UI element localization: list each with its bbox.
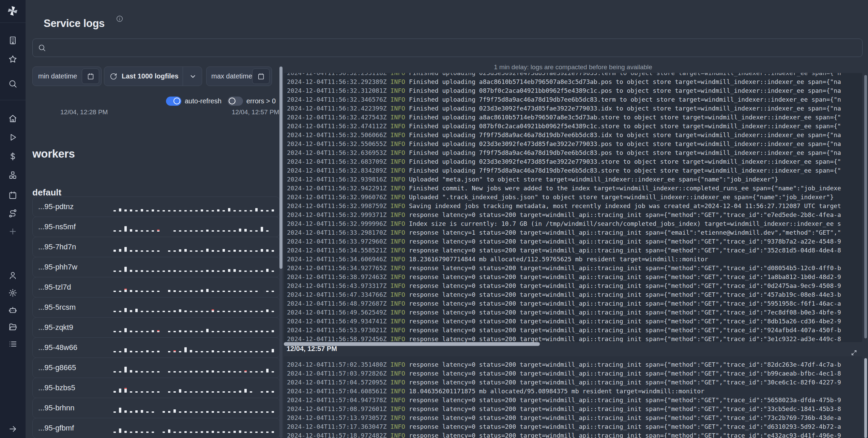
log-message: Finished uploading 7f9f75d8a9ac46a78d19d… [409,96,841,103]
log-line: 2024-12-04T11:57:04.947378ZINFOresponse … [284,396,862,405]
home-icon[interactable] [8,114,17,123]
add-icon[interactable] [8,227,17,236]
log-message: Finished uploading 087bf0c2aca04921bb096… [409,87,841,94]
variables-icon[interactable] [8,152,17,161]
workspace-icon[interactable] [8,36,17,45]
activity-bar [272,411,274,413]
log-block1-vertical-scrollbar[interactable] [864,75,867,338]
log-line: 2024-12-04T11:56:58.972456ZINFOresponse … [284,335,862,342]
activity-bar [124,267,127,272]
worker-row[interactable]: ...95-7hd7n [32,237,280,257]
activity-bar [184,271,187,272]
activity-bar [228,391,230,393]
worker-row[interactable]: ...95-ns5mf [32,217,280,237]
log-message: Finished uploading 087bf0c2aca04921bb096… [409,122,841,130]
activity-bar [179,249,181,252]
activity-bar [113,311,116,312]
worker-list-scrollbar-thumb[interactable] [279,67,283,269]
activity-bar [239,371,241,373]
log-timestamp: 2024-12-04T11:57:17.363047Z [287,423,387,430]
page-title: Service logs [44,17,105,30]
search-icon [38,44,46,52]
schedules-icon[interactable] [8,191,17,200]
activity-bar [130,351,132,352]
search-icon[interactable] [8,79,17,88]
log-message: response latency=0 status=200 target=win… [409,432,841,438]
log-message: Finished commit. New jobs were added to … [409,185,841,192]
favorites-icon[interactable] [8,55,17,64]
activity-bar [266,269,269,272]
expand-sidebar-icon[interactable] [8,424,17,434]
activity-bar [212,250,214,252]
activity-bar [261,432,263,433]
worker-name: ...95-7hd7n [38,243,108,251]
windmill-logo-icon[interactable] [6,4,19,19]
auto-refresh-toggle[interactable] [166,97,181,106]
activity-bar [272,371,274,373]
max-datetime-calendar-button[interactable] [252,69,270,84]
log-level: INFO [391,379,405,386]
activity-bar [228,208,230,211]
activity-bar [146,250,149,252]
worker-row[interactable]: ...95-g8665 [32,357,280,378]
activity-bar [152,209,154,211]
worker-activity-chart [113,318,274,337]
log-timestamp: 2024-12-04T11:56:32.636953Z [287,149,387,156]
audit-logs-icon[interactable] [8,339,17,349]
activity-bar [228,311,230,312]
worker-row[interactable]: ...95-tzl7d [32,277,280,297]
log-line: 2024-12-04T11:56:34.558521ZINFOresponse … [284,246,862,255]
range-start-label: 12/04, 12:28 PM [60,108,108,116]
errors-toggle[interactable] [228,97,243,106]
worker-row[interactable]: ...95-brhnn [32,398,280,418]
worker-activity-chart [113,358,274,378]
log-level: INFO [391,388,405,395]
activity-bar [157,371,159,373]
worker-row[interactable]: ...95-pdtnz [32,196,280,217]
activity-bar [212,370,214,373]
worker-name: ...95-bzbs5 [38,383,108,392]
log-line: 2024-12-04T11:56:32.999371ZINFOresponse … [284,210,862,219]
resources-icon[interactable] [8,171,17,180]
activity-bar [113,432,116,433]
logfiles-dropdown[interactable]: Last 1000 logfiles [104,67,202,86]
min-datetime-field[interactable]: min datetime [32,67,102,86]
log-block-1228: 2024-12-04T11:56:32.253118ZINFOFinished … [284,73,862,342]
log-block2-vertical-scrollbar[interactable] [864,358,867,438]
chevron-down-icon[interactable] [189,72,197,82]
log-message: Finished uploading 023d3e3092fe473d85fae… [409,73,841,76]
info-icon[interactable] [116,15,123,24]
activity-bar [206,270,209,272]
log-level: INFO [391,326,405,334]
runs-icon[interactable] [8,133,17,142]
worker-row[interactable]: ...95-5rcsm [32,297,280,318]
ai-icon[interactable] [8,305,17,315]
log-line: 2024-12-04T11:56:32.506066ZINFOFinished … [284,131,862,140]
worker-row[interactable]: ...95-phh7w [32,257,280,277]
worker-row[interactable]: ...95-48w66 [32,337,280,358]
search-input[interactable] [51,44,857,52]
log-line: 2024-12-04T11:57:08.972601ZINFOresponse … [284,405,862,413]
settings-icon[interactable] [8,288,17,297]
activity-bar [173,331,176,332]
user-icon[interactable] [8,271,17,280]
routes-icon[interactable] [8,209,17,218]
worker-row[interactable]: ...95-gfbmf [32,418,280,438]
log-message: response latency=0 status=200 target=win… [409,423,841,430]
activity-bar [179,371,181,373]
activity-bar [152,250,154,252]
worker-row[interactable]: ...95-bzbs5 [32,378,280,398]
activity-bar [119,208,121,211]
folders-icon[interactable] [8,322,17,332]
log-line: 2024-12-04T11:56:32.834289ZINFOFinished … [284,166,862,175]
log-timestamp: 2024-12-04T11:57:08.972601Z [287,405,387,412]
activity-bar [239,270,241,272]
activity-bar [201,250,203,252]
activity-bar [250,311,252,312]
worker-row[interactable]: ...95-zqkt9 [32,317,280,338]
min-datetime-calendar-button[interactable] [82,69,99,84]
log-level: INFO [391,300,405,307]
max-datetime-field[interactable]: max datetime [206,67,272,86]
activity-bar [217,411,219,413]
activity-bar [233,210,236,211]
